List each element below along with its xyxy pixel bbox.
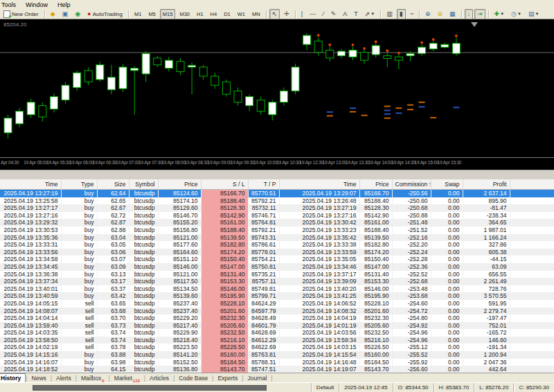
hosting-button[interactable]: ▣ <box>60 9 71 19</box>
table-row[interactable]: 2025.04.19 14:18:52buy64.15btcusdp85136.… <box>0 366 554 373</box>
cell: 85229.20 <box>158 314 201 322</box>
tab-articles[interactable]: Articles <box>145 374 173 382</box>
table-row[interactable]: 2025.04.19 14:04:14sell63.70btcusdp85229… <box>0 314 554 322</box>
tab-experts[interactable]: Experts <box>213 374 242 382</box>
cell: 85151.10 <box>158 256 201 263</box>
table-row[interactable]: 2025.04.19 13:27:17buy62.67btcusdp85129.… <box>0 204 554 212</box>
cell: 85121.00 <box>158 234 201 242</box>
tab-journal[interactable]: Journal <box>243 374 271 382</box>
tile-windows-button[interactable]: ▦ <box>447 9 458 19</box>
menu-help[interactable]: Help <box>57 1 71 8</box>
table-row[interactable]: 2025.04.19 13:30:53buy62.88btcusdp85156.… <box>0 226 554 234</box>
fibonacci-tool-button[interactable]: ✎ <box>328 9 339 19</box>
table-row[interactable]: 2025.04.19 14:03:35sell63.74btcusdp85229… <box>0 329 554 337</box>
history-table-header[interactable]: TimeTypeSizeSymbolPriceS / LT / PTimePri… <box>0 179 554 190</box>
cell: sell <box>61 300 97 308</box>
tab-market[interactable]: Market123 <box>110 374 144 382</box>
table-row[interactable]: 2025.04.19 13:27:16buy62.72btcusdp85146.… <box>0 212 554 220</box>
cell: 63.07 <box>97 256 129 263</box>
table-row[interactable]: 2025.04.19 14:05:15sell63.65btcusdp85237… <box>0 300 554 308</box>
column-header-tp[interactable]: T / P <box>248 179 279 190</box>
cell: 0.00 <box>431 322 463 330</box>
indicators-dropdown-button[interactable]: ✚▼ <box>492 9 508 19</box>
timeframe-button-mn[interactable]: MN <box>249 9 263 19</box>
cell: 0.00 <box>431 226 463 234</box>
table-row[interactable]: 2025.04.19 13:25:58buy62.65btcusdp85174.… <box>0 197 554 205</box>
tab-news[interactable]: News <box>28 374 51 382</box>
new-order-button[interactable]: New Order <box>1 9 42 19</box>
chart-shift-button[interactable]: ⇥ <box>474 9 485 19</box>
table-row[interactable]: 2025.04.19 14:15:16buy63.88btcusdp85141.… <box>0 351 554 359</box>
text-tool-button[interactable]: A <box>340 9 350 19</box>
table-row[interactable]: 2025.04.19 13:34:45buy63.09btcusdp85146.… <box>0 263 554 271</box>
menu-window[interactable]: Window <box>26 1 48 8</box>
tab-history[interactable]: History <box>0 373 26 383</box>
table-row[interactable]: 2025.04.19 14:16:07buy63.98btcusdp85152.… <box>0 359 554 366</box>
column-header-sl[interactable]: S / L <box>201 179 248 190</box>
timeframe-button-m1[interactable]: M1 <box>132 9 144 19</box>
column-header-price-2[interactable]: Price <box>359 179 392 190</box>
column-header-time-2[interactable]: Time <box>279 179 359 190</box>
zoom-in-button[interactable]: ⊕ <box>422 9 434 19</box>
menu-tools[interactable]: Tools <box>1 1 16 8</box>
crosshair-tool-button[interactable]: ✛ <box>281 9 292 19</box>
table-row[interactable]: 2025.04.19 13:37:34buy63.17btcusdp85117.… <box>0 278 554 285</box>
column-header-profit-2[interactable]: Profit <box>463 179 510 190</box>
vline-tool-button[interactable]: | <box>298 9 305 19</box>
status-high-price: H: 85383.70 <box>434 383 474 392</box>
timeframe-button-d1[interactable]: D1 <box>221 9 233 19</box>
arrows-tool-button[interactable]: ⇗▼ <box>362 9 378 19</box>
table-row[interactable]: 2025.04.19 13:59:40sell63.73btcusdp85217… <box>0 322 554 330</box>
timeframe-button-h4[interactable]: H4 <box>208 9 220 19</box>
timeframe-button-w1[interactable]: W1 <box>235 9 248 19</box>
table-row[interactable]: 2025.04.19 13:35:36buy63.04btcusdp85121.… <box>0 234 554 242</box>
cell: -191.34 <box>463 344 510 351</box>
candlestick-chart[interactable] <box>0 19 554 157</box>
autotrading-button[interactable]: ● AutoTrading <box>84 9 125 19</box>
time-axis-label: 19 Apr 10:30 <box>276 160 300 165</box>
column-header-size[interactable]: Size <box>97 179 129 190</box>
table-row[interactable]: 2025.04.19 13:27:19buy62.64btcusdp85124.… <box>0 190 554 197</box>
table-row[interactable]: 2025.04.19 13:29:32buy62.87btcusdp85155.… <box>0 219 554 226</box>
label-tool-button[interactable]: T <box>351 9 361 19</box>
table-row[interactable]: 2025.04.19 13:40:01buy63.37btcusdp85134.… <box>0 285 554 293</box>
templates-dropdown-button[interactable]: ▤▼ <box>526 9 542 19</box>
timeframe-button-m15[interactable]: M15 <box>160 9 176 19</box>
line-chart-mode-button[interactable]: ~ <box>407 9 416 19</box>
periods-dropdown-button[interactable]: ◷▼ <box>508 9 524 19</box>
zoom-out-button[interactable]: ⊖ <box>434 9 445 19</box>
table-row[interactable]: 2025.04.19 13:36:38buy63.13btcusdp85121.… <box>0 271 554 278</box>
candlestick-mode-button[interactable]: ▮ <box>397 9 406 19</box>
column-header-commission-2[interactable]: Commission ▽ <box>392 179 431 190</box>
timeframe-button-m5[interactable]: M5 <box>145 9 158 19</box>
column-header-price[interactable]: Price <box>158 179 201 190</box>
tab-mailbox[interactable]: Mailbox6 <box>77 374 109 382</box>
tab-alerts[interactable]: Alerts <box>52 374 75 382</box>
table-row[interactable]: 2025.04.19 13:34:58buy63.07btcusdp85151.… <box>0 256 554 263</box>
column-header-type[interactable]: Type <box>61 179 97 190</box>
trendline-tool-button[interactable]: ∕ <box>320 9 327 19</box>
web-community-button[interactable]: ◉ <box>72 9 83 19</box>
profile-name[interactable]: Default <box>311 383 339 392</box>
table-row[interactable]: 2025.04.19 13:33:31buy63.05btcusdp85177.… <box>0 241 554 249</box>
bar-chart-mode-button[interactable]: ▥ <box>384 9 395 19</box>
table-row[interactable]: 2025.04.19 13:58:50sell63.74btcusdp85218… <box>0 337 554 344</box>
cell: 2025.04.19 13:33:31 <box>0 241 61 249</box>
table-row[interactable]: 2025.04.19 14:08:07sell63.68btcusdp85237… <box>0 308 554 315</box>
timeframe-button-h1[interactable]: H1 <box>194 9 206 19</box>
auto-scroll-button[interactable]: ↓ <box>465 9 474 19</box>
table-row[interactable]: 2025.04.19 14:02:19sell63.78btcusdp85223… <box>0 344 554 351</box>
table-row[interactable]: 2025.04.19 13:33:56buy63.06btcusdp85164.… <box>0 249 554 256</box>
cell: 2025.04.19 14:15:16 <box>0 351 61 359</box>
cell: 2025.04.19 13:33:38 <box>279 241 359 249</box>
timeframe-button-m30[interactable]: M30 <box>177 9 193 19</box>
hline-tool-button[interactable]: — <box>307 9 319 19</box>
column-header-swap-2[interactable]: Swap <box>431 179 463 190</box>
table-row[interactable]: 2025.04.19 13:40:59buy63.42btcusdp85139.… <box>0 292 554 300</box>
cell: -255.92 <box>392 359 431 366</box>
column-header-symbol[interactable]: Symbol <box>129 179 158 190</box>
column-header-time[interactable]: Time <box>0 179 61 190</box>
market-button[interactable]: ◆ <box>48 9 58 19</box>
tab-code-base[interactable]: Code Base <box>175 374 212 382</box>
cursor-tool-button[interactable]: ↖ <box>269 9 280 19</box>
